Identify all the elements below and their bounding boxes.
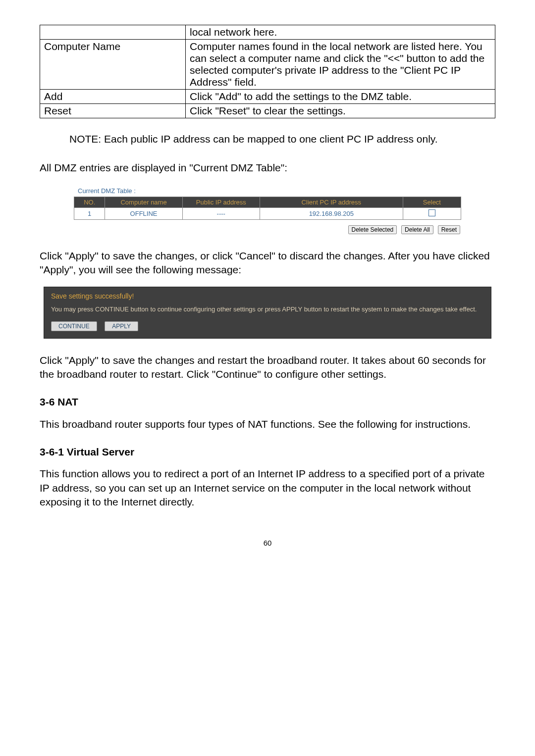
- table-row: Reset Click "Reset" to clear the setting…: [40, 104, 495, 118]
- paragraph: This broadband router supports four type…: [40, 417, 495, 431]
- dmz-h-cli: Client PC IP address: [260, 197, 403, 207]
- dmz-no: 1: [74, 207, 105, 219]
- save-title: Save settings successfully!: [51, 292, 484, 300]
- desc-key: Reset: [40, 104, 186, 118]
- delete-selected-button[interactable]: Delete Selected: [348, 225, 397, 234]
- page-number: 60: [40, 539, 495, 547]
- dmz-h-sel: Select: [403, 197, 461, 207]
- dmz-h-comp: Computer name: [105, 197, 182, 207]
- dmz-table: NO. Computer name Public IP address Clie…: [74, 197, 461, 220]
- table-row: local network here.: [40, 25, 495, 40]
- dmz-table-figure: Current DMZ Table : NO. Computer name Pu…: [74, 185, 461, 234]
- heading-3-6: 3-6 NAT: [40, 395, 495, 409]
- dmz-header-row: NO. Computer name Public IP address Clie…: [74, 197, 461, 207]
- dmz-data-row: 1 OFFLINE ---- 192.168.98.205: [74, 207, 461, 219]
- dmz-title: Current DMZ Table :: [74, 185, 461, 197]
- paragraph: Click "Apply" to save the changes, or cl…: [40, 249, 495, 277]
- save-message: You may press CONTINUE button to continu…: [51, 305, 484, 314]
- save-settings-panel: Save settings successfully! You may pres…: [44, 287, 491, 338]
- reset-button[interactable]: Reset: [438, 225, 460, 234]
- desc-key: Computer Name: [40, 40, 186, 90]
- desc-key: [40, 25, 186, 40]
- desc-val: Click "Add" to add the settings to the D…: [186, 90, 495, 104]
- dmz-button-row: Delete Selected Delete All Reset: [74, 220, 461, 234]
- continue-button[interactable]: CONTINUE: [51, 321, 97, 331]
- desc-val: local network here.: [186, 25, 495, 40]
- dmz-sel: [403, 207, 461, 219]
- dmz-comp: OFFLINE: [105, 207, 182, 219]
- note-text: NOTE: Each public IP address can be mapp…: [69, 132, 495, 146]
- delete-all-button[interactable]: Delete All: [401, 225, 433, 234]
- paragraph: All DMZ entries are displayed in "Curren…: [40, 161, 495, 175]
- paragraph: Click "Apply" to save the changes and re…: [40, 353, 495, 382]
- description-table: local network here. Computer Name Comput…: [40, 25, 495, 118]
- desc-val: Click "Reset" to clear the settings.: [186, 104, 495, 118]
- table-row: Computer Name Computer names found in th…: [40, 40, 495, 90]
- apply-button[interactable]: APPLY: [105, 321, 138, 331]
- dmz-pub: ----: [182, 207, 260, 219]
- desc-val: Computer names found in the local networ…: [186, 40, 495, 90]
- dmz-h-pub: Public IP address: [182, 197, 260, 207]
- table-row: Add Click "Add" to add the settings to t…: [40, 90, 495, 104]
- paragraph: This function allows you to redirect a p…: [40, 467, 495, 509]
- heading-3-6-1: 3-6-1 Virtual Server: [40, 445, 495, 459]
- dmz-h-no: NO.: [74, 197, 105, 207]
- select-checkbox[interactable]: [428, 209, 435, 216]
- dmz-cli: 192.168.98.205: [260, 207, 403, 219]
- desc-key: Add: [40, 90, 186, 104]
